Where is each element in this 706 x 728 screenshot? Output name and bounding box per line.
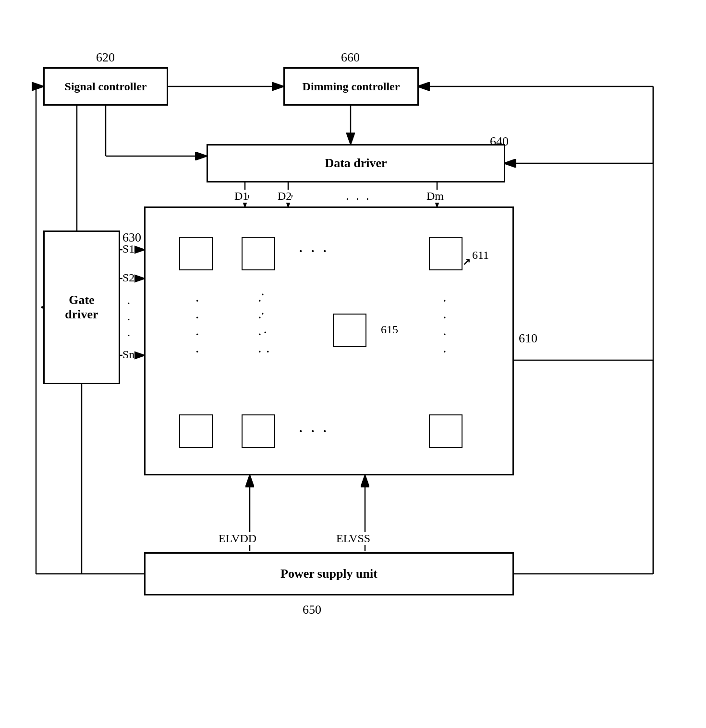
pixel-box-top-left-2 — [242, 237, 275, 270]
pixel-box-bot-left-2 — [242, 414, 275, 448]
s1-label: S1 — [122, 243, 134, 255]
pixel-box-top-left-1 — [179, 237, 213, 270]
d1-label: D1 — [234, 190, 248, 203]
panel-dots-mid-right: ···· — [443, 292, 446, 360]
signal-controller-label: Signal controller — [65, 80, 147, 93]
pixel-box-top-right — [429, 237, 463, 270]
dm-dots-label: · · · — [346, 192, 371, 206]
ref-615: 615 — [381, 323, 398, 336]
ref-611-tick: ↗ — [463, 256, 471, 267]
dimming-controller-label: Dimming controller — [303, 80, 400, 93]
pixel-615 — [333, 314, 366, 347]
elvss-label: ELVSS — [336, 532, 370, 545]
panel-dots-bot: · · · — [299, 424, 329, 438]
data-driver-label: Data driver — [325, 156, 387, 170]
ref-660: 660 — [341, 50, 360, 65]
panel-dots-mid-col1: ···· — [196, 292, 199, 360]
ref-611: 611 — [472, 249, 489, 262]
power-supply-block: Power supply unit — [144, 552, 514, 595]
gate-driver-label: Gatedriver — [65, 293, 98, 322]
elvdd-label: ELVDD — [219, 532, 256, 545]
s2-label: S2 — [122, 271, 134, 284]
ref-620: 620 — [96, 50, 115, 65]
pixel-box-bot-left-1 — [179, 414, 213, 448]
d2-label: D2 — [278, 190, 292, 203]
power-supply-label: Power supply unit — [280, 567, 377, 581]
dimming-controller-block: Dimming controller — [283, 67, 419, 106]
gate-driver-block: Gatedriver — [43, 231, 120, 384]
pixel-box-bot-right — [429, 414, 463, 448]
sn-label: Sn — [122, 348, 134, 361]
ref-610: 610 — [519, 331, 537, 346]
signal-controller-block: Signal controller — [43, 67, 168, 106]
dm-label: Dm — [426, 190, 444, 203]
panel-dots-top: · · · — [299, 244, 329, 258]
data-driver-block: Data driver — [207, 144, 505, 182]
ref-650: 650 — [303, 603, 321, 617]
panel-dots-mid-col2: ···· — [258, 292, 261, 360]
display-panel-block: · · · ·· · · · · · ···· ···· ···· 611 ↗ … — [144, 206, 514, 475]
ref-640: 640 — [490, 134, 509, 149]
diagram-container: Signal controller Dimming controller Dat… — [29, 24, 677, 704]
